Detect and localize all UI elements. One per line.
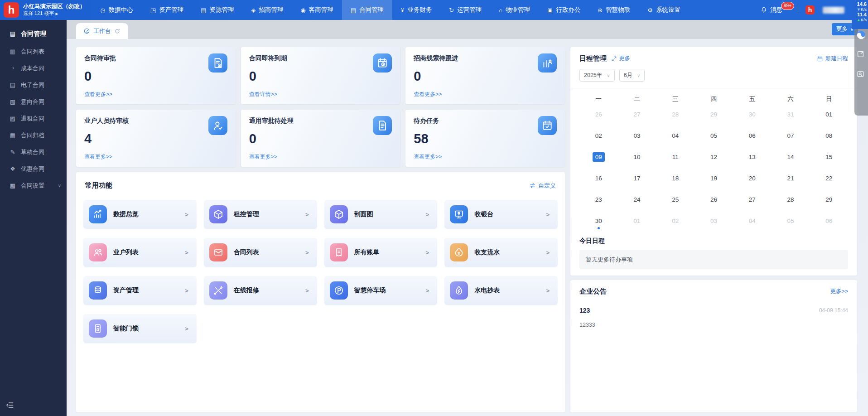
calendar-day-02[interactable]: 02 [579,127,618,148]
stat-link[interactable]: 查看更多>> [84,91,112,98]
stat-link[interactable]: 查看更多>> [414,153,442,161]
messages-button[interactable]: 消息 99+ [760,6,782,14]
sidebar-item-2[interactable]: ◔ 成本合同 [0,60,67,77]
nav-item-3[interactable]: ◈ 招商管理 [242,0,292,20]
calendar-day-21[interactable]: 21 [772,169,810,191]
quick-function-11[interactable]: 水电抄表 > [444,276,558,305]
calendar-day-11[interactable]: 11 [656,148,694,169]
calendar-day-30[interactable]: 30 [579,212,618,233]
calendar-day-26[interactable]: 26 [694,191,733,212]
calendar-day-19[interactable]: 19 [694,169,733,191]
sidebar-item-0[interactable]: ▤ 合同管理 [0,25,67,42]
stat-link[interactable]: 查看更多>> [84,153,112,161]
refresh-icon[interactable] [114,28,121,34]
nav-item-10[interactable]: ⊛ 智慧物联 [589,0,639,20]
sidebar-item-9[interactable]: ▩ 合同设置 ∨ [0,177,67,194]
calendar-day-08[interactable]: 08 [810,127,848,148]
brand-block[interactable]: h 小红马演示园区（勿改） 选择 121 楼宇 ▶ [0,2,92,18]
sidebar-item-3[interactable]: ▤ 电子合同 [0,77,67,93]
year-select[interactable]: 2025年∨ [579,69,615,82]
calendar-day-03[interactable]: 03 [618,127,656,148]
quick-function-8[interactable]: 资产管理 > [83,276,197,305]
quick-function-0[interactable]: 数据总览 > [83,200,197,229]
nav-item-9[interactable]: ▣ 行政办公 [539,0,589,20]
nav-item-11[interactable]: ⚙ 系统设置 [639,0,689,20]
user-avatar[interactable]: h [805,5,815,15]
calendar-day-23[interactable]: 23 [579,191,618,212]
stat-link[interactable]: 查看更多>> [249,153,277,161]
calendar-day-15[interactable]: 15 [810,148,848,169]
image-search-icon[interactable] [856,70,866,80]
quick-function-10[interactable]: 智慧停车场 > [324,276,438,305]
calendar-day-05[interactable]: 05 [694,127,733,148]
calendar-day-24[interactable]: 24 [618,191,656,212]
quick-function-2[interactable]: 剖面图 > [324,200,438,229]
sidebar-collapse-button[interactable] [5,401,15,411]
calendar-day-31[interactable]: 31 [772,106,810,127]
announcements-more-link[interactable]: 更多>> [830,288,848,295]
month-select[interactable]: 6月∨ [619,69,645,82]
sidebar-item-7[interactable]: ✎ 草稿合同 [0,144,67,160]
announcement-item[interactable]: 12333 [579,322,848,328]
calendar-day-28[interactable]: 28 [656,106,694,127]
nav-item-4[interactable]: ◉ 客商管理 [292,0,342,20]
sidebar-item-8[interactable]: ❖ 优惠合同 [0,160,67,177]
sidebar-item-5[interactable]: ▨ 退租合同 [0,110,67,127]
nav-item-2[interactable]: ▤ 资源管理 [192,0,242,20]
stat-link[interactable]: 查看详情>> [249,91,277,98]
org-selector[interactable]: 选择 121 楼宇 ▶ [23,10,86,17]
calendar-day-18[interactable]: 18 [656,169,694,191]
nav-item-7[interactable]: ↻ 运营管理 [440,0,490,20]
nav-item-1[interactable]: ◳ 资产管理 [142,0,192,20]
calendar-day-25[interactable]: 25 [656,191,694,212]
calendar-day-26[interactable]: 26 [579,106,618,127]
calendar-day-06[interactable]: 06 [810,212,848,233]
quick-function-6[interactable]: 所有账单 > [324,238,438,267]
calendar-day-01[interactable]: 01 [618,212,656,233]
sidebar-item-4[interactable]: ▧ 意向合同 [0,93,67,110]
calendar-day-01[interactable]: 01 [810,106,848,127]
calendar-day-12[interactable]: 12 [694,148,733,169]
calendar-day-28[interactable]: 28 [772,191,810,212]
nav-item-6[interactable]: ¥ 业务财务 [392,0,440,20]
calendar-day-14[interactable]: 14 [772,148,810,169]
calendar-day-27[interactable]: 27 [618,106,656,127]
schedule-more-link[interactable]: 更多 [619,55,630,63]
quick-function-5[interactable]: 合同列表 > [204,238,317,267]
quick-function-7[interactable]: 收支流水 > [444,238,558,267]
calendar-day-04[interactable]: 04 [656,127,694,148]
calendar-day-22[interactable]: 22 [810,169,848,191]
tab-workbench[interactable]: 工作台 [76,23,128,39]
calendar-day-17[interactable]: 17 [618,169,656,191]
quick-function-12[interactable]: 智能门锁 > [83,314,197,343]
stat-link[interactable]: 查看更多>> [414,91,442,98]
calendar-day-05[interactable]: 05 [772,212,810,233]
calendar-day-07[interactable]: 07 [772,127,810,148]
calendar-day-27[interactable]: 27 [733,191,772,212]
calendar-day-20[interactable]: 20 [733,169,772,191]
calendar-day-03[interactable]: 03 [694,212,733,233]
calendar-day-04[interactable]: 04 [733,212,772,233]
quick-function-9[interactable]: 在线报修 > [204,276,317,305]
quick-function-1[interactable]: 租控管理 > [204,200,317,229]
calendar-day-10[interactable]: 10 [618,148,656,169]
calendar-day-09[interactable]: 09 [579,148,618,169]
calendar-day-06[interactable]: 06 [733,127,772,148]
swirl-app-icon[interactable] [856,30,866,40]
announcement-title-link[interactable]: 123 [579,307,590,314]
expand-icon[interactable] [611,56,617,62]
screenshot-crop-icon[interactable] [856,50,866,60]
calendar-day-02[interactable]: 02 [656,212,694,233]
nav-item-0[interactable]: ◷ 数据中心 [92,0,142,20]
calendar-day-13[interactable]: 13 [733,148,772,169]
sidebar-item-6[interactable]: ▦ 合同归档 [0,127,67,144]
calendar-day-29[interactable]: 29 [810,191,848,212]
calendar-day-30[interactable]: 30 [733,106,772,127]
nav-item-5[interactable]: ▤ 合同管理 [342,0,392,20]
new-schedule-button[interactable]: 新建日程 [817,55,848,63]
calendar-day-16[interactable]: 16 [579,169,618,191]
quick-function-3[interactable]: 收银台 > [444,200,558,229]
customize-button[interactable]: 自定义 [529,182,556,190]
sidebar-item-1[interactable]: ▥ 合同列表 [0,43,67,60]
calendar-day-29[interactable]: 29 [694,106,733,127]
